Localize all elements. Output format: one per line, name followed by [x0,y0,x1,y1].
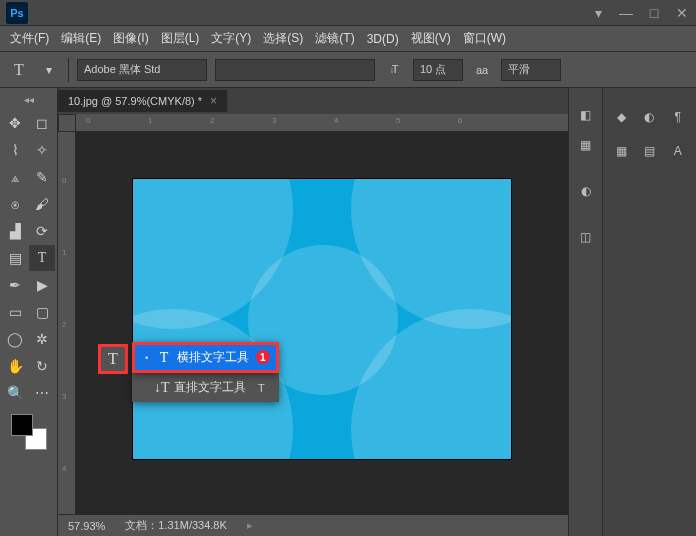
custom-shape-tool[interactable]: ✲ [29,326,55,352]
rotate-view-tool[interactable]: ↻ [29,353,55,379]
paragraph-panel-icon[interactable]: ¶ [665,104,691,130]
panel-dock: ◧ ▦ ◐ ◫ ◆ ◐ ¶ ▦ ▤ A [568,88,696,536]
menu-type[interactable]: 文字(Y) [205,30,257,47]
clone-stamp-tool[interactable]: ▟ [2,218,28,244]
font-size-select[interactable] [413,59,463,81]
brush-tool[interactable]: 🖌 [29,191,55,217]
workspace: ◂◂ ✥ ◻ ⌇ ✧ ⟁ ✎ ⍟ 🖌 ▟ ⟳ ▤ T ✒ ▶ ▭ ▢ ◯ ✲ ✋… [0,88,696,536]
adjustments-panel-icon[interactable]: ◐ [573,178,599,204]
eyedropper-tool[interactable]: ✎ [29,164,55,190]
menu-select[interactable]: 选择(S) [257,30,309,47]
flyout-item-shortcut: T [258,382,265,394]
color-panel-icon[interactable]: ◧ [573,102,599,128]
hand-tool[interactable]: ✋ [2,353,28,379]
titlebar: Ps ▾ — □ ✕ [0,0,696,26]
ruler-horizontal: 0 1 2 3 4 5 6 [76,114,568,132]
horizontal-type-icon: T [157,350,171,366]
crop-tool[interactable]: ⟁ [2,164,28,190]
flyout-item-label: 直排文字工具 [174,379,246,396]
menu-filter[interactable]: 滤镜(T) [309,30,360,47]
close-button[interactable]: ✕ [668,3,696,23]
vertical-type-tool-item[interactable]: ↓T 直排文字工具 T [132,375,279,400]
character-panel-icon[interactable]: A [665,138,691,164]
menu-image[interactable]: 图像(I) [107,30,154,47]
divider [68,58,69,82]
rectangle-tool[interactable]: ▭ [2,299,28,325]
type-tool-highlight[interactable]: T [98,344,128,374]
layers-panel-icon[interactable]: ◫ [573,224,599,250]
move-tool[interactable]: ✥ [2,110,28,136]
history-brush-tool[interactable]: ⟳ [29,218,55,244]
vertical-type-icon: ↓T [154,380,168,396]
zoom-tool[interactable]: 🔍 [2,380,28,406]
path-select-tool[interactable]: ▶ [29,272,55,298]
channels-panel-icon[interactable]: ▤ [636,138,662,164]
window-controls: ▾ — □ ✕ [584,3,696,23]
antialias-select[interactable] [501,59,561,81]
antialias-icon: aa [471,59,493,81]
close-tab-icon[interactable]: × [210,94,217,108]
document-tab[interactable]: 10.jpg @ 57.9%(CMYK/8) * × [58,90,227,112]
document-tab-strip: 10.jpg @ 57.9%(CMYK/8) * × [58,88,568,114]
healing-brush-tool[interactable]: ⍟ [2,191,28,217]
menu-window[interactable]: 窗口(W) [457,30,512,47]
status-menu-icon[interactable]: ▸ [247,519,253,532]
ruler-vertical: 0 1 2 3 4 [58,132,76,514]
gradient-tool[interactable]: ▤ [2,245,28,271]
annotation-badge: 1 [256,350,270,364]
magic-wand-tool[interactable]: ✧ [29,137,55,163]
document-image[interactable] [132,178,512,460]
window-dropdown-icon[interactable]: ▾ [584,3,612,23]
menu-file[interactable]: 文件(F) [4,30,55,47]
swatches-panel-icon[interactable]: ▦ [573,132,599,158]
styles-panel-icon[interactable]: ▦ [608,138,634,164]
panel-icon-strip: ◧ ▦ ◐ ◫ [569,88,603,536]
color-swatch[interactable] [11,414,47,450]
flyout-item-label: 横排文字工具 [177,349,249,366]
menu-edit[interactable]: 编辑(E) [55,30,107,47]
history-panel-icon[interactable]: ◆ [608,104,634,130]
type-tool[interactable]: T [29,245,55,271]
horizontal-type-tool-item[interactable]: ▪ T 横排文字工具 T [135,345,276,370]
toolbar-collapse-icon[interactable]: ◂◂ [22,92,36,106]
lasso-tool[interactable]: ⌇ [2,137,28,163]
document-tab-title: 10.jpg @ 57.9%(CMYK/8) * [68,95,202,107]
canvas[interactable] [76,132,568,514]
canvas-area: 10.jpg @ 57.9%(CMYK/8) * × 0 1 2 3 4 5 6… [58,88,568,536]
type-tool-flyout: T ▪ T 横排文字工具 T 1 ↓T 直排文字工具 T [132,342,279,402]
font-size-icon: ᵢT [383,59,405,81]
status-bar: 57.93% 文档：1.31M/334.8K ▸ [58,514,568,536]
options-bar: T ▾ ᵢT aa [0,52,696,88]
edit-toolbar[interactable]: ⋯ [29,380,55,406]
active-dot-icon: ▪ [143,353,151,362]
toolbar: ◂◂ ✥ ◻ ⌇ ✧ ⟁ ✎ ⍟ 🖌 ▟ ⟳ ▤ T ✒ ▶ ▭ ▢ ◯ ✲ ✋… [0,88,58,536]
ellipse-tool[interactable]: ◯ [2,326,28,352]
document-size-info[interactable]: 文档：1.31M/334.8K [125,518,227,533]
canvas-viewport[interactable]: 0 1 2 3 4 5 6 0 1 2 3 4 [58,114,568,514]
marquee-tool[interactable]: ◻ [29,110,55,136]
minimize-button[interactable]: — [612,3,640,23]
font-style-select[interactable] [215,59,375,81]
font-family-select[interactable] [77,59,207,81]
panel-buttons: ◆ ◐ ¶ ▦ ▤ A [603,88,696,536]
type-tool-icon[interactable]: T [8,59,30,81]
type-tool-menu-rest: ↓T 直排文字工具 T [132,373,279,402]
rounded-rect-tool[interactable]: ▢ [29,299,55,325]
ruler-corner [58,114,76,132]
brightness-panel-icon[interactable]: ◐ [636,104,662,130]
menu-layer[interactable]: 图层(L) [155,30,206,47]
app-logo: Ps [6,2,28,24]
menu-3d[interactable]: 3D(D) [361,32,405,46]
foreground-color[interactable] [11,414,33,436]
menubar: 文件(F) 编辑(E) 图像(I) 图层(L) 文字(Y) 选择(S) 滤镜(T… [0,26,696,52]
pen-tool[interactable]: ✒ [2,272,28,298]
menu-view[interactable]: 视图(V) [405,30,457,47]
type-presets-icon[interactable]: ▾ [38,59,60,81]
zoom-level[interactable]: 57.93% [68,520,105,532]
type-tool-menu: ▪ T 横排文字工具 T 1 [132,342,279,373]
maximize-button[interactable]: □ [640,3,668,23]
